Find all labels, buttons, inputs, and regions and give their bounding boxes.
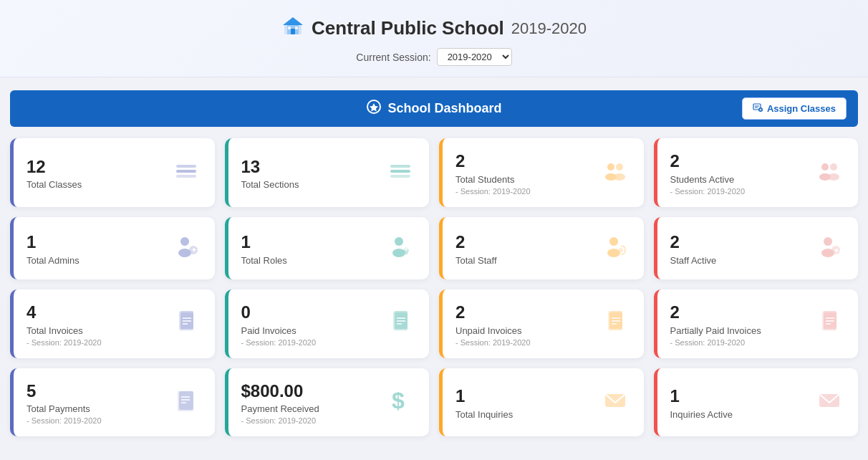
card-sub: - Session: 2019-2020 [455, 187, 599, 196]
svg-text:✦: ✦ [191, 246, 197, 254]
card-number: 2 [670, 302, 814, 323]
staff-active[interactable]: 2 Staff Active ✦ [654, 217, 859, 279]
card-sub: - Session: 2019-2020 [670, 338, 814, 347]
invoice-icon [814, 305, 845, 343]
paid-invoices[interactable]: 0 Paid Invoices - Session: 2019-2020 [225, 289, 430, 358]
dashboard-title: School Dashboard [366, 99, 501, 118]
session-row: Current Session: 2019-2020 [0, 48, 868, 66]
staff-active-icon: ✦ [814, 230, 845, 268]
svg-point-24 [830, 163, 837, 171]
layers-icon [385, 154, 416, 192]
card-number: 0 [241, 302, 385, 323]
svg-marker-2 [283, 17, 303, 25]
payment-icon [170, 384, 202, 422]
card-number: 1 [670, 386, 814, 407]
svg-rect-82 [179, 391, 193, 410]
total-admins[interactable]: 1 Total Admins ✦ [10, 217, 215, 279]
card-sub: - Session: 2019-2020 [26, 416, 170, 425]
card-number: 1 [241, 232, 385, 253]
unpaid-invoices[interactable]: 2 Unpaid Invoices - Session: 2019-2020 [439, 289, 644, 358]
card-label: Total Payments [26, 403, 170, 414]
total-invoices[interactable]: 4 Total Invoices - Session: 2019-2020 [10, 289, 215, 358]
card-sub: - Session: 2019-2020 [241, 416, 385, 425]
total-inquiries[interactable]: 1 Total Inquiries [439, 368, 644, 437]
card-label: Students Active [670, 174, 814, 185]
svg-rect-5 [295, 27, 298, 29]
total-roles[interactable]: 1 Total Roles [225, 217, 430, 279]
card-sub: - Session: 2019-2020 [670, 187, 814, 196]
card-label: Total Students [455, 174, 599, 185]
card-number: 2 [670, 151, 814, 172]
inquiries-active[interactable]: 1 Inquiries Active [654, 368, 859, 437]
svg-point-33 [405, 248, 408, 251]
svg-point-26 [828, 173, 839, 181]
card-number: 12 [26, 157, 170, 178]
total-students[interactable]: 2 Total Students - Session: 2019-2020 [439, 138, 644, 207]
card-info: 2 Total Staff [455, 232, 599, 266]
staff-icon [599, 230, 631, 268]
total-sections[interactable]: 13 Total Sections [225, 138, 430, 207]
dollar-icon: $ [385, 384, 416, 422]
card-info: 1 Inquiries Active [670, 386, 814, 420]
header: Central Public School 2019-2020 Current … [0, 0, 868, 77]
svg-point-34 [609, 237, 618, 246]
card-label: Staff Active [670, 255, 814, 266]
cards-grid: 12 Total Classes 13 Total Sections 2 Tot… [0, 138, 868, 446]
svg-point-37 [824, 237, 832, 246]
students-active[interactable]: 2 Students Active - Session: 2019-2020 [654, 138, 859, 207]
total-staff[interactable]: 2 Total Staff [439, 217, 644, 279]
admin-icon: ✦ [170, 230, 202, 268]
svg-point-19 [607, 163, 614, 171]
card-info: 13 Total Sections [241, 157, 385, 191]
card-info: 2 Partially Paid Invoices - Session: 201… [670, 302, 814, 347]
card-label: Inquiries Active [670, 409, 814, 420]
mail-icon [599, 384, 631, 422]
dashboard-title-text: School Dashboard [387, 101, 501, 116]
card-label: Total Sections [241, 179, 385, 190]
card-label: Total Staff [455, 255, 599, 266]
session-select[interactable]: 2019-2020 [437, 48, 512, 66]
group-icon [599, 154, 631, 192]
svg-point-27 [180, 237, 189, 246]
session-label: Current Session: [356, 52, 430, 63]
card-number: 2 [455, 232, 599, 253]
card-sub: - Session: 2019-2020 [241, 338, 385, 347]
card-info: 12 Total Classes [26, 157, 170, 191]
card-info: 2 Total Students - Session: 2019-2020 [455, 151, 599, 196]
total-payments[interactable]: 5 Total Payments - Session: 2019-2020 [10, 368, 215, 437]
card-label: Total Classes [26, 179, 170, 190]
invoice-icon [170, 305, 202, 343]
svg-point-22 [614, 173, 625, 181]
card-number: $800.00 [241, 381, 385, 402]
mail-icon [814, 384, 845, 422]
card-sub: - Session: 2019-2020 [455, 338, 599, 347]
dashboard-bar: School Dashboard Assign Classes [10, 90, 858, 127]
card-label: Total Invoices [26, 325, 170, 336]
card-info: 2 Staff Active [670, 232, 814, 266]
role-icon [385, 230, 416, 268]
card-number: 13 [241, 157, 385, 178]
payment-received[interactable]: $800.00 Payment Received - Session: 2019… [225, 368, 430, 437]
svg-rect-3 [291, 29, 295, 34]
assign-icon [753, 102, 763, 115]
svg-rect-4 [288, 27, 291, 29]
card-info: 1 Total Admins [26, 232, 170, 266]
svg-rect-15 [176, 175, 196, 178]
svg-text:$: $ [392, 388, 405, 413]
partially-paid-invoices[interactable]: 2 Partially Paid Invoices - Session: 201… [654, 289, 859, 358]
card-info: 2 Unpaid Invoices - Session: 2019-2020 [455, 302, 599, 347]
svg-rect-14 [176, 165, 196, 168]
total-classes[interactable]: 12 Total Classes [10, 138, 215, 207]
assign-classes-button[interactable]: Assign Classes [742, 97, 847, 120]
svg-point-23 [821, 163, 829, 171]
invoice-icon [599, 305, 631, 343]
card-number: 2 [455, 302, 599, 323]
card-info: 1 Total Inquiries [455, 386, 599, 420]
assign-classes-label: Assign Classes [767, 103, 836, 114]
svg-rect-18 [390, 175, 410, 178]
svg-point-20 [616, 163, 623, 171]
group-icon [814, 154, 845, 192]
card-number: 2 [455, 151, 599, 172]
card-info: 1 Total Roles [241, 232, 385, 266]
svg-rect-13 [176, 170, 196, 173]
